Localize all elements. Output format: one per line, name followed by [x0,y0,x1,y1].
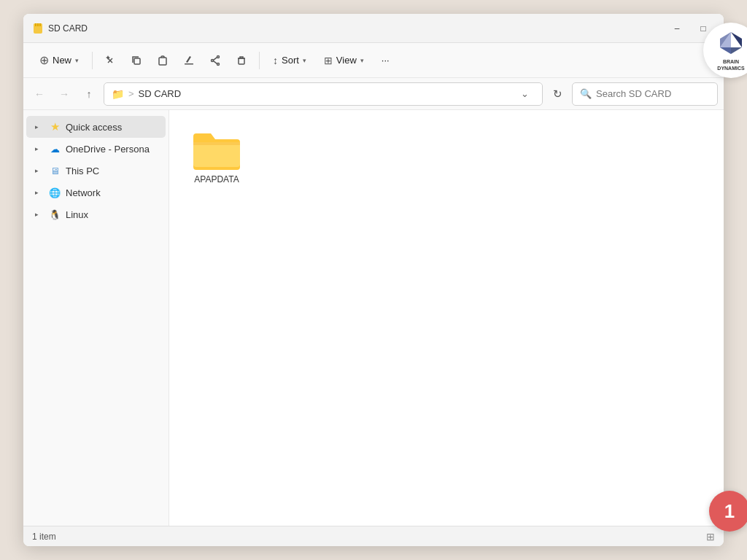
search-input[interactable] [596,88,710,99]
svg-rect-6 [134,58,140,64]
sort-chevron-icon: ▾ [303,57,306,64]
logo-icon [717,29,745,57]
window-title: SD CARD [48,23,665,34]
file-grid: APAPDATA [184,125,709,190]
svg-rect-2 [37,23,39,26]
network-icon: 🌐 [48,186,61,199]
more-button[interactable]: ··· [374,49,397,72]
sidebar-item-label: This PC [66,166,99,176]
pc-icon: 🖥 [48,164,61,177]
sidebar: ▸ ★ Quick access ▸ ☁ OneDrive - Persona … [23,110,169,526]
address-path[interactable]: 📁 > SD CARD ⌄ [104,82,543,106]
step-badge: 1 [709,491,747,532]
svg-rect-3 [39,23,41,26]
svg-point-11 [212,59,214,61]
folder-icon [193,131,240,170]
sort-button[interactable]: ↕ Sort ▾ [266,49,314,72]
paste-button[interactable] [151,49,174,72]
path-dropdown-button[interactable]: ⌄ [514,82,535,106]
view-mode-icon: ⊞ [706,531,715,542]
new-label: New [53,55,71,66]
sidebar-item-label: Network [66,187,101,198]
more-label: ··· [382,55,390,66]
search-icon: 🔍 [580,88,592,99]
delete-button[interactable] [230,49,253,72]
chevron-right-icon: ▸ [35,189,44,196]
path-separator: > [128,88,134,99]
item-count: 1 item [32,532,56,542]
brand-name: BRAINDYNAMICS [717,59,744,71]
back-button[interactable]: ← [29,84,50,104]
sidebar-item-label: Linux [66,209,88,220]
sidebar-item-label: Quick access [66,122,122,133]
new-chevron-icon: ▾ [75,57,79,64]
share-button[interactable] [204,49,227,72]
path-label: SD CARD [139,88,182,99]
copy-button[interactable] [125,49,148,72]
svg-rect-7 [159,58,166,65]
title-bar: SD CARD – □ [23,14,724,43]
refresh-button[interactable]: ↻ [547,84,568,104]
svg-marker-15 [731,32,742,47]
toolbar: ⊕ New ▾ ↕ [23,43,724,78]
view-chevron-icon: ▾ [360,57,364,64]
svg-point-9 [217,55,220,58]
chevron-right-icon: ▸ [35,211,44,218]
view-button[interactable]: ⊞ View ▾ [317,49,371,72]
up-button[interactable]: ↑ [79,84,99,104]
linux-icon: 🐧 [48,208,61,221]
sidebar-item-label: OneDrive - Persona [66,144,150,155]
sidebar-item-quick-access[interactable]: ▸ ★ Quick access [26,116,166,138]
svg-point-10 [217,63,220,65]
window-icon [32,23,44,34]
main-area: ▸ ★ Quick access ▸ ☁ OneDrive - Persona … [23,110,724,526]
svg-rect-14 [239,58,244,64]
toolbar-separator-2 [259,52,260,69]
path-folder-icon: 📁 [112,88,124,100]
svg-rect-8 [185,63,193,65]
chevron-right-icon: ▸ [35,167,44,174]
svg-line-13 [214,61,217,63]
sort-icon: ↕ [273,55,278,66]
search-box[interactable]: 🔍 [572,82,718,106]
chevron-down-icon: ▸ [35,123,44,131]
svg-line-12 [214,57,217,60]
forward-button[interactable]: → [54,84,74,104]
step-number: 1 [724,500,735,523]
new-button[interactable]: ⊕ New ▾ [32,49,86,72]
rename-button[interactable] [177,49,201,72]
sidebar-item-this-pc[interactable]: ▸ 🖥 This PC [26,160,166,182]
view-label: View [336,55,357,66]
toolbar-separator-1 [92,52,93,69]
view-icon: ⊞ [324,55,333,66]
address-bar: ← → ↑ 📁 > SD CARD ⌄ ↻ 🔍 [23,78,724,110]
onedrive-icon: ☁ [48,142,61,155]
sidebar-item-network[interactable]: ▸ 🌐 Network [26,182,166,203]
content-area: APAPDATA [169,110,724,526]
minimize-button[interactable]: – [665,18,689,39]
list-item[interactable]: APAPDATA [184,125,249,190]
sort-label: Sort [282,55,299,66]
svg-rect-1 [35,23,36,26]
status-bar: 1 item ⊞ [23,526,724,546]
file-item-label: APAPDATA [194,174,239,184]
sidebar-item-onedrive[interactable]: ▸ ☁ OneDrive - Persona [26,138,166,160]
sidebar-item-linux[interactable]: ▸ 🐧 Linux [26,203,166,225]
chevron-right-icon: ▸ [35,145,44,152]
file-explorer-window: SD CARD – □ ⊕ New ▾ [23,14,724,546]
star-icon: ★ [48,120,61,133]
cut-button[interactable] [98,49,122,72]
plus-icon: ⊕ [39,53,49,67]
